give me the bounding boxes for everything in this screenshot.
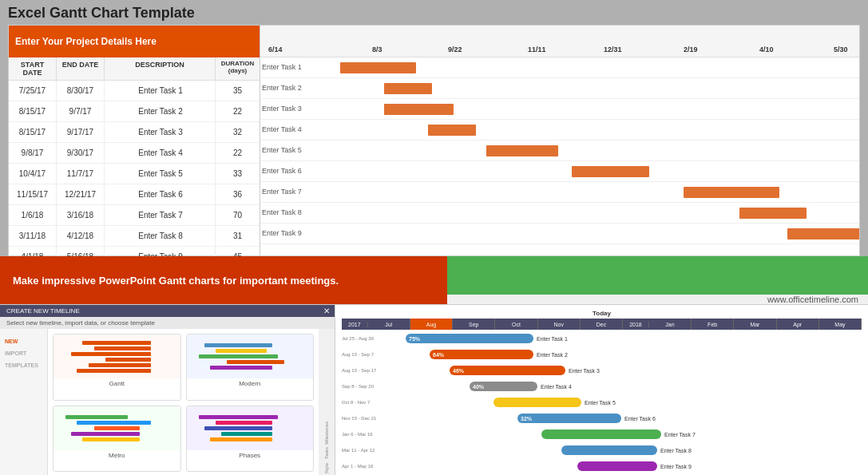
tl-progress-bar: 32% xyxy=(517,414,621,423)
promo-section: Make impressive PowerPoint Gantt charts … xyxy=(0,256,868,304)
template-card-phases[interactable]: Phases xyxy=(186,406,315,473)
task-row: 8/15/17 9/17/17 Enter Task 3 32 xyxy=(9,122,260,143)
task-desc: Enter Task 8 xyxy=(105,226,216,246)
task-end: 8/30/17 xyxy=(57,81,105,101)
month-label: Aug xyxy=(410,319,453,330)
tl-date-range: Aug 15 - Sep 17 xyxy=(342,368,406,373)
gantt-bar xyxy=(486,145,558,156)
modern-thumb xyxy=(187,334,314,378)
year-2017-label: 2017 xyxy=(342,322,368,327)
task-dur: 36 xyxy=(216,184,260,204)
template-card-gantt[interactable]: Gantt xyxy=(53,334,181,401)
timeline-label: 2/19 xyxy=(684,46,698,53)
col-start-header: START DATE xyxy=(9,57,57,80)
project-header: Enter Your Project Details Here xyxy=(9,26,260,57)
plugin-top-bar: CREATE NEW TIMELINE ✕ xyxy=(0,305,335,317)
plugin-body: NEW IMPORT TEMPLATES xyxy=(0,329,335,475)
milestones-label: Milestones xyxy=(324,422,329,445)
tl-date-range: Mar 11 - Apr 12 xyxy=(342,448,406,453)
gantt-row-label: Enter Task 9 xyxy=(262,229,302,237)
month-label: May xyxy=(819,319,862,330)
gantt-bar-row: Enter Task 3 xyxy=(260,99,859,120)
gantt-bar xyxy=(739,208,807,219)
task-row: 1/6/18 3/16/18 Enter Task 7 70 xyxy=(9,205,260,226)
top-section: Excel Gantt Chart Template Enter Your Pr… xyxy=(0,0,868,256)
gantt-bar xyxy=(340,62,416,73)
task-row: 10/4/17 11/7/17 Enter Task 5 33 xyxy=(9,164,260,184)
phases-thumb xyxy=(187,406,314,450)
task-desc: Enter Task 6 xyxy=(105,184,216,204)
task-start: 8/15/17 xyxy=(9,101,57,121)
tl-task-row: Aug 15 - Sep 17 46% Enter Task 3 xyxy=(342,363,862,378)
year-2018-label: 2018 xyxy=(623,322,649,327)
task-desc: Enter Task 4 xyxy=(105,143,216,163)
promo-button[interactable] xyxy=(447,256,868,295)
task-row: 7/25/17 8/30/17 Enter Task 1 35 xyxy=(9,81,260,101)
gantt-row-label: Enter Task 5 xyxy=(262,146,302,154)
tl-task-rows: Jul 25 - Aug 30 75% Enter Task 1 Aug 15 … xyxy=(342,331,862,473)
tl-progress-bar xyxy=(493,398,581,407)
gantt-bar-row: Enter Task 1 xyxy=(260,57,859,78)
tl-task-row: Apr 1 - May 16 Enter Task 9 xyxy=(342,459,862,473)
plugin-subtitle: Select new timeline, import data, or cho… xyxy=(0,317,335,329)
col-headers: START DATE END DATE DESCRIPTION DURATION… xyxy=(9,57,260,81)
tl-task-row: Jul 25 - Aug 30 75% Enter Task 1 xyxy=(342,331,862,346)
task-row: 9/8/17 9/30/17 Enter Task 4 22 xyxy=(9,143,260,164)
tl-date-range: Aug 15 - Sep 7 xyxy=(342,352,406,357)
plugin-right-strip: Milestones Tasks Style xyxy=(319,329,335,475)
timeline-label: 11/11 xyxy=(528,46,546,53)
tl-task-label: Enter Task 7 xyxy=(664,432,696,437)
template-label-phases: Phases xyxy=(237,450,262,461)
gantt-bar xyxy=(428,125,476,136)
plugin-close-btn[interactable]: ✕ xyxy=(323,307,330,315)
gantt-row-label: Enter Task 4 xyxy=(262,125,302,133)
gantt-bar xyxy=(684,187,779,198)
gantt-bar-row: Enter Task 2 xyxy=(260,78,859,99)
timeline-label: 8/3 xyxy=(372,46,382,53)
tl-task-label: Enter Task 3 xyxy=(569,368,600,374)
task-dur: 32 xyxy=(216,122,260,142)
gantt-thumb xyxy=(54,334,180,378)
gantt-bar xyxy=(787,228,859,239)
task-start: 11/15/17 xyxy=(9,184,57,204)
tl-progress-bar: 64% xyxy=(430,350,533,359)
month-label: Feb xyxy=(692,319,734,330)
template-card-modern[interactable]: Modern xyxy=(186,334,315,401)
sidebar-item-import[interactable]: IMPORT xyxy=(0,347,47,359)
task-end: 4/12/18 xyxy=(57,226,105,246)
tl-date-range: Jul 25 - Aug 30 xyxy=(342,336,406,341)
template-label-modern: Modern xyxy=(237,378,262,389)
task-start: 10/4/17 xyxy=(9,164,57,184)
gantt-bar-row: Enter Task 6 xyxy=(260,161,859,182)
plugin-sidebar: NEW IMPORT TEMPLATES xyxy=(0,329,48,475)
sidebar-item-new[interactable]: NEW xyxy=(0,335,47,347)
timeline-label: 4/10 xyxy=(759,46,774,53)
tl-date-range: Nov 15 - Dec 21 xyxy=(342,416,406,421)
gantt-row-label: Enter Task 1 xyxy=(262,63,302,71)
tl-task-label: Enter Task 8 xyxy=(660,448,692,453)
sidebar-item-templates[interactable]: TEMPLATES xyxy=(0,359,47,371)
tl-task-row: Jan 6 - Mar 16 Enter Task 7 xyxy=(342,427,862,441)
template-label-gantt: Gantt xyxy=(107,378,126,389)
bottom-section: CREATE NEW TIMELINE ✕ Select new timelin… xyxy=(0,304,868,475)
style-label: Style xyxy=(324,463,329,473)
tl-task-label: Enter Task 5 xyxy=(585,400,616,406)
tl-task-label: Enter Task 6 xyxy=(624,416,656,422)
template-card-metro[interactable]: Metro xyxy=(53,406,181,473)
task-dur: 22 xyxy=(216,101,260,121)
task-row: 3/11/18 4/12/18 Enter Task 8 31 xyxy=(9,226,260,247)
gantt-row-label: Enter Task 2 xyxy=(262,84,302,92)
task-end: 9/30/17 xyxy=(57,143,105,163)
task-dur: 70 xyxy=(216,205,260,225)
task-dur: 31 xyxy=(216,226,260,246)
gantt-rows-right: Enter Task 1Enter Task 2Enter Task 3Ente… xyxy=(260,57,859,244)
gantt-bar-row: Enter Task 5 xyxy=(260,141,859,161)
tl-task-row: Oct 8 - Nov 7 Enter Task 5 xyxy=(342,395,862,410)
task-row: 11/15/17 12/21/17 Enter Task 6 36 xyxy=(9,184,260,205)
timeline-label: 12/31 xyxy=(604,46,622,53)
task-dur: 35 xyxy=(216,81,260,101)
month-label: Jan xyxy=(649,319,692,330)
task-rows-left: 7/25/17 8/30/17 Enter Task 1 35 8/15/17 … xyxy=(9,81,260,267)
tl-progress-bar: 46% xyxy=(450,366,565,375)
tl-task-row: Mar 11 - Apr 12 Enter Task 8 xyxy=(342,443,862,457)
